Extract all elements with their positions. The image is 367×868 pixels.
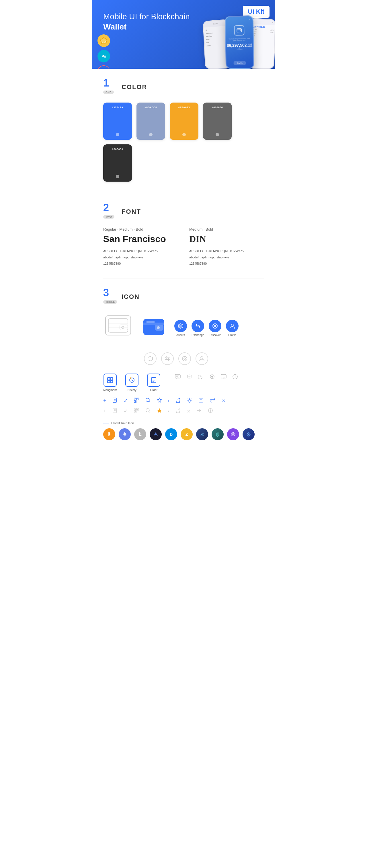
misc-icons-row: [175, 374, 238, 381]
star-filled-icon: [157, 408, 162, 414]
mgmt-icons-row: Mangment History: [103, 374, 264, 392]
svg-rect-52: [135, 399, 136, 399]
sketch-badge: [97, 34, 110, 47]
color-section-header: 1 ONE COLOR: [103, 80, 264, 94]
color-swatch-orange: #F5A623: [170, 102, 198, 140]
qr-icon-gray: [134, 408, 139, 414]
litecoin-icon: Ł: [134, 428, 146, 440]
wallet-wireframe-1: [103, 312, 135, 344]
back-arrow-icon: ‹: [168, 398, 169, 403]
wallet-icons-row: Assets Exchange: [103, 312, 264, 344]
phone-2: ✕ Character may be restricted in the gre…: [225, 15, 254, 69]
svg-point-22: [231, 324, 233, 326]
color-swatches: #3574FA #8DA0C8 #F5A623 #666666 #303030: [103, 102, 264, 182]
check-icon: ✓: [123, 398, 128, 404]
ps-label: Ps: [102, 54, 106, 58]
svg-rect-17: [146, 321, 155, 322]
close-icon-gray: ✕: [187, 408, 190, 414]
share-icon-gray: [175, 408, 181, 414]
hero-section: Mobile UI for Blockchain Wallet UI Kit P…: [92, 0, 275, 69]
info-icon-gray: [207, 408, 213, 414]
speech-bubble-icon: [221, 374, 227, 381]
search-icon: [145, 397, 151, 404]
share-icon: [175, 397, 181, 404]
chainlink-icon: [243, 428, 255, 440]
doc-edit-icon-gray: [112, 408, 118, 414]
profile-icon-outline: [196, 352, 208, 365]
color-swatch-gray-blue: #8DA0C8: [137, 102, 165, 140]
svg-marker-75: [157, 408, 162, 413]
profile-icon-item: Profile: [226, 320, 238, 337]
font-san-francisco: Regular · Medium · Bold San Francisco AB…: [103, 227, 178, 267]
blockchain-label: BlockChain Icon: [111, 422, 134, 425]
discover-icon-outline: [178, 352, 191, 365]
assets-icon-outline: [144, 352, 157, 365]
info-icon: [232, 374, 238, 381]
svg-point-21: [214, 325, 216, 327]
hero-title-bold: Wallet: [103, 22, 126, 31]
check-icon-gray: ✓: [123, 408, 128, 414]
icon-section: 3 THREE ICON: [92, 278, 275, 452]
svg-rect-29: [108, 380, 110, 383]
color-swatch-dark: #303030: [103, 144, 132, 182]
chat-icon: [175, 374, 181, 381]
svg-point-15: [157, 326, 160, 329]
history-icon-item: History: [125, 374, 139, 392]
color-section: 1 ONE COLOR #3574FA #8DA0C8 #F5A623 #666…: [92, 69, 275, 193]
svg-rect-55: [137, 401, 138, 401]
icon-section-number: 3 THREE: [103, 290, 117, 304]
profile-icon-circle: [226, 320, 238, 332]
color-swatch-gray: #666666: [203, 102, 232, 140]
svg-rect-72: [135, 411, 136, 412]
font-columns: Regular · Medium · Bold San Francisco AB…: [103, 227, 264, 267]
utility-icons-blue: + ✓: [103, 397, 264, 404]
qr-icon: [134, 397, 139, 404]
svg-rect-30: [110, 380, 113, 383]
management-icon: [104, 374, 117, 387]
exchange-icon-outline: [161, 352, 174, 365]
svg-marker-23: [148, 356, 152, 361]
svg-line-60: [149, 401, 150, 402]
svg-marker-61: [157, 398, 162, 402]
zcash-icon: Z: [181, 428, 193, 440]
assets-icon-item: Assets: [174, 320, 187, 337]
font-title: FONT: [121, 208, 141, 215]
svg-rect-56: [138, 401, 139, 401]
blockchain-line: [103, 423, 109, 424]
arrow-right-icon-gray: [196, 408, 202, 414]
font-number-large: 2: [103, 203, 109, 213]
icon-section-header: 3 THREE ICON: [103, 290, 264, 304]
bitcoin-icon: [103, 428, 115, 440]
polygon-icon: [227, 428, 239, 440]
back-arrow-icon-gray: ‹: [168, 408, 169, 414]
svg-rect-3: [237, 29, 242, 32]
order-icon: [147, 374, 160, 387]
svg-rect-28: [110, 378, 113, 380]
svg-marker-19: [179, 324, 182, 328]
ethereum-icon: [119, 428, 131, 440]
color-number-word: ONE: [103, 91, 114, 94]
order-icon-item: Order: [147, 374, 160, 392]
circle-icon: [209, 374, 215, 381]
swap-icon: [209, 397, 216, 404]
nav-icons-active: Assets Exchange: [174, 320, 238, 337]
svg-rect-36: [175, 374, 180, 378]
svg-point-45: [235, 375, 235, 376]
svg-point-78: [210, 409, 211, 410]
svg-rect-57: [137, 402, 138, 402]
star-outline-icon: [157, 397, 162, 404]
phone-mockups: Profile AI Mangment Red Color Night Fast…: [204, 16, 275, 69]
gear-icon: [187, 397, 192, 404]
search-icon-gray: [145, 408, 151, 414]
crypto-icons: Ł D Z: [103, 428, 264, 440]
svg-point-24: [182, 356, 187, 361]
icon-number-large: 3: [103, 288, 109, 298]
utility-icons-gray: + ✓: [103, 408, 264, 414]
hero-title: Mobile UI for Blockchain Wallet: [103, 11, 195, 32]
plus-icon: +: [103, 398, 106, 404]
font-din: Medium · Bold DIN ABCDEFGHIJKLMNOPQRSTUV…: [189, 227, 264, 267]
screens-count: 60+: [101, 69, 107, 69]
svg-line-74: [149, 412, 150, 413]
svg-point-25: [184, 358, 186, 360]
color-section-number: 1 ONE: [103, 80, 117, 94]
